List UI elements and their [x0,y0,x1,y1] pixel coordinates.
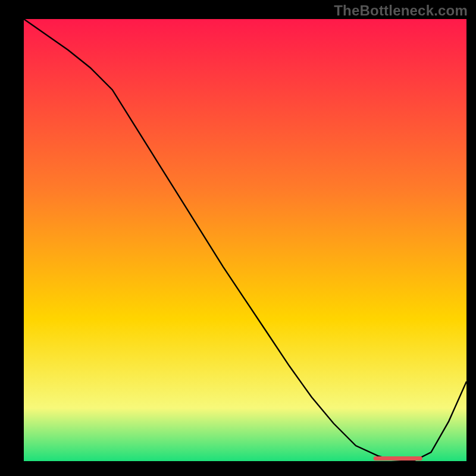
chart-container: TheBottleneck.com [0,0,476,476]
line-chart [0,0,476,476]
optimum-marker [374,456,422,461]
plot-background [24,19,466,461]
watermark-text: TheBottleneck.com [334,2,468,19]
